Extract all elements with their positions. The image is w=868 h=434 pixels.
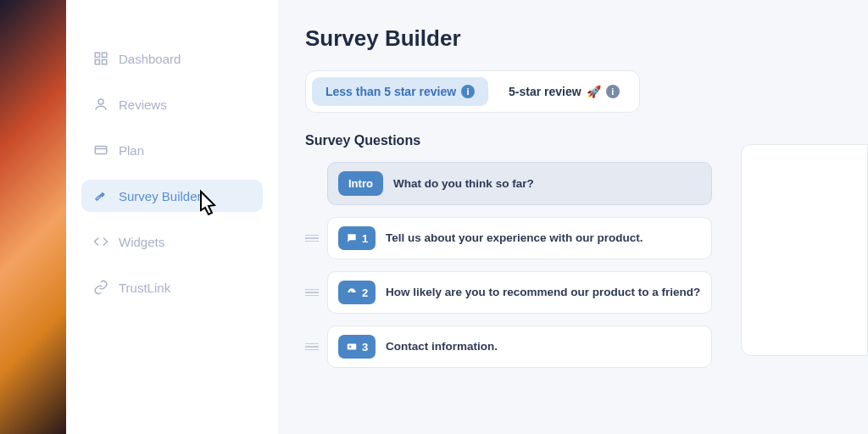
intro-badge: Intro (338, 171, 383, 196)
desktop-wallpaper-strip (0, 0, 66, 434)
question-row: 1 Tell us about your experience with our… (305, 217, 712, 259)
svg-rect-5 (95, 147, 107, 154)
id-card-icon (346, 341, 358, 353)
question-text: Tell us about your experience with our p… (386, 231, 643, 246)
question-card-intro[interactable]: Intro What do you think so far? (327, 162, 712, 205)
svg-point-4 (98, 99, 103, 104)
info-icon: i (461, 85, 475, 98)
tab-less-than-5-star[interactable]: Less than 5 star review i (312, 77, 488, 106)
question-card[interactable]: 2 How likely are you to recommend our pr… (327, 271, 712, 314)
question-badge: 3 (338, 335, 376, 359)
question-row: 3 Contact information. (305, 326, 712, 368)
code-icon (93, 234, 108, 249)
sidebar-item-reviews[interactable]: Reviews (81, 88, 263, 120)
review-tabs: Less than 5 star review i 5-star review … (305, 70, 640, 113)
question-card[interactable]: 3 Contact information. (327, 326, 712, 368)
wrench-icon (93, 188, 108, 203)
svg-rect-3 (103, 60, 107, 64)
question-number: 1 (362, 232, 368, 245)
sidebar-item-label: Widgets (119, 235, 164, 249)
question-text: How likely are you to recommend our prod… (386, 285, 700, 300)
svg-rect-2 (95, 60, 99, 64)
svg-point-8 (349, 346, 351, 348)
sidebar-item-label: Dashboard (119, 52, 181, 66)
sidebar-item-survey-builder[interactable]: Survey Builder (81, 180, 263, 212)
question-badge: 2 (338, 281, 376, 304)
question-card[interactable]: 1 Tell us about your experience with our… (327, 217, 712, 259)
svg-rect-7 (348, 344, 357, 350)
question-badge: 1 (338, 226, 376, 250)
svg-rect-0 (95, 53, 99, 57)
speech-icon (346, 232, 358, 244)
drag-handle-icon[interactable] (305, 343, 319, 351)
rocket-icon: 🚀 (587, 85, 601, 98)
question-text: What do you think so far? (393, 176, 534, 192)
drag-handle-icon[interactable] (305, 289, 319, 297)
sidebar: Dashboard Reviews Plan Survey Builder Wi… (66, 0, 278, 434)
question-number: 3 (362, 341, 368, 353)
question-text: Contact information. (386, 339, 498, 354)
tab-label: 5-star review (509, 85, 581, 98)
sidebar-item-dashboard[interactable]: Dashboard (81, 42, 263, 75)
sidebar-item-label: Plan (119, 143, 144, 158)
page-title: Survey Builder (305, 25, 868, 52)
tab-label: Less than 5 star review (326, 85, 456, 98)
questions-list: Intro What do you think so far? 1 Tell u… (305, 162, 712, 368)
sidebar-item-label: TrustLink (119, 281, 170, 295)
sidebar-item-plan[interactable]: Plan (81, 134, 263, 166)
right-panel (741, 144, 868, 356)
tab-5-star[interactable]: 5-star review 🚀 i (495, 77, 633, 106)
sidebar-item-label: Reviews (119, 97, 167, 112)
drag-handle-icon[interactable] (305, 235, 319, 242)
dashboard-icon (93, 51, 108, 66)
gauge-icon (346, 287, 358, 298)
sidebar-item-label: Survey Builder (119, 189, 202, 203)
link-icon (93, 280, 108, 295)
question-row: 2 How likely are you to recommend our pr… (305, 271, 712, 314)
sidebar-item-widgets[interactable]: Widgets (81, 225, 263, 258)
info-icon: i (606, 85, 620, 98)
question-number: 2 (362, 287, 368, 299)
svg-rect-1 (103, 53, 107, 57)
user-icon (93, 97, 108, 112)
card-icon (93, 142, 108, 158)
main-content: Survey Builder Less than 5 star review i… (278, 0, 868, 434)
sidebar-item-trustlink[interactable]: TrustLink (81, 271, 263, 303)
